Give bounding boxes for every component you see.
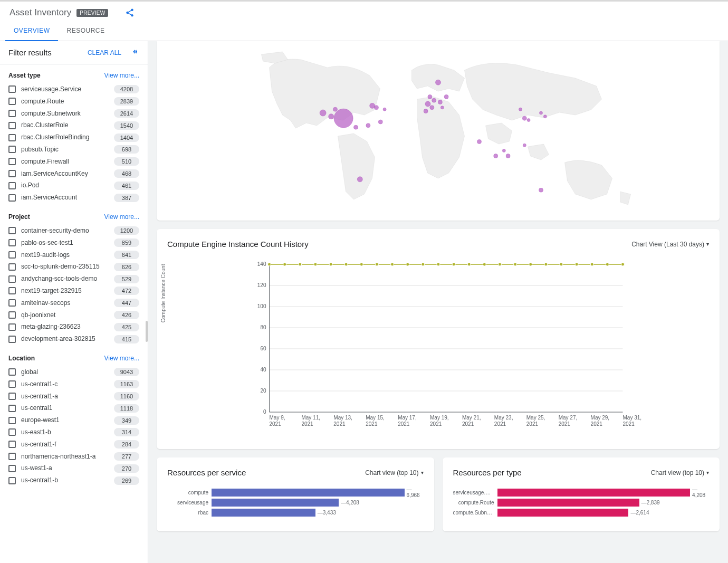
map-bubble[interactable] xyxy=(378,120,382,124)
checkbox[interactable] xyxy=(8,465,16,472)
map-bubble[interactable] xyxy=(425,101,430,107)
checkbox[interactable] xyxy=(8,417,16,424)
filter-item[interactable]: us-central1-b 269 xyxy=(8,474,139,486)
map-bubble[interactable] xyxy=(438,100,442,104)
checkbox[interactable] xyxy=(8,287,16,294)
map-bubble[interactable] xyxy=(333,107,338,111)
filter-item[interactable]: io.Pod 461 xyxy=(8,179,139,192)
chart-view-dropdown[interactable]: Chart view (top 10) xyxy=(365,469,423,476)
checkbox[interactable] xyxy=(8,428,16,436)
chart-view-dropdown[interactable]: Chart view (top 10) xyxy=(651,469,709,476)
checkbox[interactable] xyxy=(8,158,16,165)
view-more-link[interactable]: View more... xyxy=(104,355,139,362)
filter-item[interactable]: rbac.ClusterRoleBinding 1404 xyxy=(8,131,139,144)
tab-resource[interactable]: RESOURCE xyxy=(58,21,113,41)
map-bubble[interactable] xyxy=(370,103,375,108)
filter-item[interactable]: us-central1-c 1163 xyxy=(8,378,139,390)
map-bubble[interactable] xyxy=(366,123,370,128)
checkbox[interactable] xyxy=(8,110,16,117)
chart-view-dropdown[interactable]: Chart View (Last 30 days) xyxy=(631,241,709,248)
checkbox[interactable] xyxy=(8,194,16,202)
filter-item[interactable]: europe-west1 349 xyxy=(8,414,139,426)
filter-item[interactable]: meta-glazing-236623 425 xyxy=(8,321,139,333)
map-bubble[interactable] xyxy=(320,110,326,116)
checkbox[interactable] xyxy=(8,275,16,283)
filter-item[interactable]: andychang-scc-tools-demo 529 xyxy=(8,273,139,285)
collapse-sidebar-button[interactable] xyxy=(131,47,139,58)
checkbox[interactable] xyxy=(8,98,16,105)
checkbox[interactable] xyxy=(8,393,16,400)
checkbox[interactable] xyxy=(8,227,16,234)
filter-item[interactable]: serviceusage.Service 4208 xyxy=(8,83,139,96)
filter-item[interactable]: us-east1-b 314 xyxy=(8,426,139,438)
filter-item[interactable]: compute.Firewall 510 xyxy=(8,156,139,168)
filter-item[interactable]: us-west1-a 270 xyxy=(8,462,139,474)
checkbox[interactable] xyxy=(8,134,16,141)
filter-item[interactable]: compute.Subnetwork 2614 xyxy=(8,108,139,120)
checkbox[interactable] xyxy=(8,405,16,412)
filter-item[interactable]: iam.ServiceAccount 387 xyxy=(8,192,139,204)
checkbox[interactable] xyxy=(8,336,16,343)
filter-item[interactable]: scc-to-splunk-demo-235115 626 xyxy=(8,261,139,273)
map-bubble[interactable] xyxy=(539,188,543,192)
map-bubble[interactable] xyxy=(357,177,362,182)
checkbox[interactable] xyxy=(8,263,16,271)
filter-item[interactable]: iam.ServiceAccountKey 468 xyxy=(8,168,139,180)
checkbox[interactable] xyxy=(8,453,16,460)
map-bubble[interactable] xyxy=(444,94,448,99)
filter-item[interactable]: next19-target-232915 472 xyxy=(8,285,139,297)
filter-item[interactable]: us-central1-f 284 xyxy=(8,438,139,451)
map-bubble[interactable] xyxy=(506,154,510,158)
view-more-link[interactable]: View more... xyxy=(104,72,139,79)
checkbox[interactable] xyxy=(8,239,16,246)
map-bubble[interactable] xyxy=(477,139,482,144)
share-button[interactable] xyxy=(125,8,135,17)
map-bubble[interactable] xyxy=(494,154,498,158)
map-bubble[interactable] xyxy=(540,111,543,114)
map-bubble[interactable] xyxy=(334,109,353,128)
filter-item[interactable]: northamerica-northeast1-a 277 xyxy=(8,451,139,463)
checkbox[interactable] xyxy=(8,380,16,388)
map-bubble[interactable] xyxy=(523,144,526,147)
checkbox[interactable] xyxy=(8,182,16,189)
filter-item[interactable]: us-central1 1118 xyxy=(8,402,139,414)
filter-item[interactable]: development-area-302815 415 xyxy=(8,333,139,345)
map-bubble[interactable] xyxy=(430,106,434,110)
filter-item[interactable]: qb-joonixnet 426 xyxy=(8,309,139,321)
filter-item[interactable]: rbac.ClusterRole 1540 xyxy=(8,119,139,131)
tab-overview[interactable]: OVERVIEW xyxy=(5,21,58,41)
map-bubble[interactable] xyxy=(354,125,358,129)
map-bubble[interactable] xyxy=(502,149,505,152)
checkbox[interactable] xyxy=(8,311,16,319)
filter-item[interactable]: pubsub.Topic 698 xyxy=(8,144,139,156)
map-bubble[interactable] xyxy=(428,94,432,99)
filter-item[interactable]: global 9043 xyxy=(8,366,139,378)
sidebar-scrollbar[interactable] xyxy=(146,321,148,342)
checkbox[interactable] xyxy=(8,368,16,376)
filter-item[interactable]: container-security-demo 1200 xyxy=(8,225,139,237)
map-bubble[interactable] xyxy=(543,115,547,118)
map-bubble[interactable] xyxy=(436,80,441,85)
map-bubble[interactable] xyxy=(329,114,334,119)
checkbox[interactable] xyxy=(8,122,16,129)
map-bubble[interactable] xyxy=(383,108,386,111)
checkbox[interactable] xyxy=(8,323,16,331)
checkbox[interactable] xyxy=(8,441,16,448)
map-bubble[interactable] xyxy=(432,98,436,102)
filter-item[interactable]: amiteinav-secops 447 xyxy=(8,297,139,309)
filter-item[interactable]: next19-audit-logs 641 xyxy=(8,249,139,261)
map-bubble[interactable] xyxy=(527,119,530,122)
checkbox[interactable] xyxy=(8,85,16,93)
map-bubble[interactable] xyxy=(522,116,526,120)
checkbox[interactable] xyxy=(8,170,16,177)
filter-item[interactable]: us-central1-a 1160 xyxy=(8,390,139,403)
map-bubble[interactable] xyxy=(424,109,428,113)
map-bubble[interactable] xyxy=(375,106,379,110)
view-more-link[interactable]: View more... xyxy=(104,213,139,221)
filter-item[interactable]: pablo-os-sec-test1 859 xyxy=(8,237,139,249)
checkbox[interactable] xyxy=(8,251,16,259)
checkbox[interactable] xyxy=(8,299,16,307)
map-bubble[interactable] xyxy=(519,108,522,111)
checkbox[interactable] xyxy=(8,477,16,484)
checkbox[interactable] xyxy=(8,146,16,153)
